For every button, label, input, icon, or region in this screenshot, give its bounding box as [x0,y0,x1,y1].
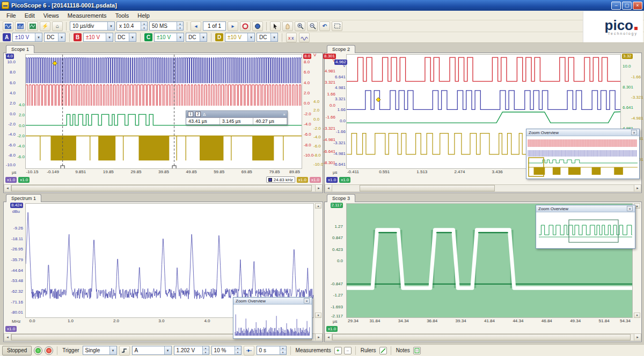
zoom-overview-body[interactable] [527,136,639,178]
scroll-thumb[interactable] [360,185,495,191]
menu-views[interactable]: Views [39,11,63,20]
scroll-thumb[interactable] [332,334,631,340]
record-button[interactable] [45,346,53,355]
hand-pan-icon[interactable] [282,21,293,31]
scope3-hscrollbar[interactable]: ◂ ▸ [325,333,641,341]
menu-edit[interactable]: Edit [20,11,39,20]
zoom-overview-titlebar[interactable]: Zoom Overview× [526,129,639,136]
scope1-right-axis[interactable]: 8.0 V8.06.04.02.00.0-2.0-4.0-6.0-8.0-10.… [303,54,323,169]
yellow-axis-offset-badge[interactable]: 3.32 [622,54,633,59]
scroll-track[interactable] [11,185,315,191]
next-page-button[interactable]: ▸ [228,21,238,31]
menu-help[interactable]: Help [133,11,154,20]
scope1-hscrollbar[interactable]: ◂ ▸ [4,184,323,192]
axis-scale-chip[interactable]: x1.0 [326,177,338,183]
auto-setup-icon[interactable]: ⚡ [40,21,50,31]
marquee-zoom-icon[interactable] [332,21,342,31]
chevron-down-icon[interactable]: ▾ [109,346,116,354]
axis-scale-chip[interactable]: x1.0 [5,326,17,332]
channel-C-coupling-select[interactable]: DC▾ [186,33,207,42]
timebase-select[interactable]: 10 µs/div▾ [70,21,115,31]
spectrum1-left-axis[interactable]: 8.424 dBu -9.26-18.11-26.95-35.79-44.64-… [4,203,25,318]
axis-scale-chip[interactable]: x1.0 [310,177,321,183]
zoom-overview-window-scope2[interactable]: Zoom Overview× [526,129,640,179]
undo-zoom-icon[interactable]: ↶ [319,21,330,31]
notes-button[interactable] [413,347,421,354]
close-icon[interactable]: × [627,206,633,211]
scope1-plot[interactable]: 1 2 Δ × 43.41 µs 3.145 µs 40.27 µs [25,54,302,169]
channel-A-range-select[interactable]: ±10 V▾ [12,33,42,42]
start-button[interactable] [34,346,42,355]
scroll-left-icon[interactable]: ◂ [4,334,11,340]
scroll-right-icon[interactable]: ▸ [634,334,641,340]
red-axis-offset-badge[interactable]: 8.0 [303,54,311,59]
home-icon[interactable]: ⌂ [52,21,63,31]
rulers-button[interactable] [379,347,387,354]
scroll-thumb[interactable] [11,185,312,191]
scroll-track[interactable] [332,185,634,191]
restore-button[interactable]: ▢ [622,2,632,10]
channel-B-range-select[interactable]: ±10 V▾ [83,33,113,42]
axis-scroll-up-icon[interactable]: ▴ [315,203,321,209]
channel-B-label[interactable]: B [74,33,82,41]
zoom-overview-titlebar[interactable]: Zoom Overview× [536,205,635,212]
math-channels-button[interactable]: xx [286,33,297,42]
axis-scroll-down-icon[interactable]: ▾ [634,313,640,318]
zoom-overview-titlebar[interactable]: Zoom Overview× [233,298,312,305]
trigger-delay-spinner[interactable]: 0 s▴▾ [257,346,287,355]
minimize-button[interactable]: – [611,2,621,10]
scope3-left-axis[interactable]: 2.117 1.270.8470.4230.0-0.847-1.27-1.693… [325,203,346,318]
axis-scale-chip[interactable]: x1.0 [339,177,350,183]
titlebar[interactable]: PicoScope 6 - [20141118-0001.psdata] – ▢… [0,0,644,11]
scope-view-icon[interactable] [3,21,13,31]
scroll-right-icon[interactable]: ▸ [315,185,322,191]
channel-C-label[interactable]: C [144,33,152,41]
pointer-tool-icon[interactable] [270,21,281,31]
chevron-down-icon[interactable]: ▾ [164,346,171,354]
trigger-edge-icon[interactable] [119,346,130,355]
trigger-source-select[interactable]: A▾ [132,346,172,355]
tab-spectrum1[interactable]: Spectrum 1 [6,194,41,202]
close-icon[interactable]: × [304,298,310,303]
trigger-level-spinner[interactable]: 1.202 V▴▾ [174,346,209,355]
channel-A-label[interactable]: A [3,33,11,41]
channel-A-coupling-select[interactable]: DC▾ [44,33,65,42]
stop-marker-icon[interactable] [240,21,251,31]
ruler-legend[interactable]: 1 2 Δ × 43.41 µs 3.145 µs 40.27 µs [186,110,288,125]
zoom-in-icon[interactable] [295,21,305,31]
tab-scope3[interactable]: Scope 3 [327,194,355,202]
zoom-overview-window-scope3[interactable]: Zoom Overview× [536,205,635,249]
spectrum-view-icon[interactable] [15,21,26,31]
persistence-view-icon[interactable] [27,21,38,31]
blue-axis-offset-badge[interactable]: 4.962 [334,60,347,65]
close-icon[interactable]: × [631,130,637,135]
remove-measurement-button[interactable]: − [344,347,352,354]
zoom-overview-window-spectrum1[interactable]: Zoom Overview× [233,297,312,339]
channel-D-coupling-select[interactable]: DC▾ [257,33,278,42]
loop-marker-icon[interactable] [252,21,263,31]
scroll-track[interactable] [332,334,634,340]
channel-B-coupling-select[interactable]: DC▾ [115,33,136,42]
axis-scroll-down-icon[interactable]: ▾ [315,313,321,318]
zoom-overview-body[interactable] [537,212,634,248]
blue-axis-offset-badge[interactable]: 4.0 [6,54,14,59]
capture-state-button[interactable]: Stopped [2,346,32,355]
channel-D-label[interactable]: D [215,33,223,41]
scroll-left-icon[interactable]: ◂ [325,334,332,340]
trigger-mode-select[interactable]: Single▾ [83,346,117,355]
zoom-overview-body[interactable] [234,305,311,338]
green-axis-offset-badge[interactable]: 2.117 [331,203,343,208]
axis-scale-chip[interactable]: x1.0 [18,177,30,183]
scroll-right-icon[interactable]: ▸ [634,185,641,191]
menu-tools[interactable]: Tools [111,11,134,20]
trigger-delay-icon[interactable] [244,346,254,355]
scroll-left-icon[interactable]: ◂ [4,185,11,191]
scroll-right-icon[interactable]: ▸ [315,334,322,340]
scope2-hscrollbar[interactable]: ◂ ▸ [325,184,641,192]
ruler-legend-header[interactable]: 1 2 Δ × [186,111,287,117]
axis-scale-chip[interactable]: x1.0 [297,177,308,183]
tab-scope1[interactable]: Scope 1 [6,45,34,53]
zoom-out-icon[interactable] [307,21,318,31]
scope1-left-axis[interactable]: 4.0 V10.08.06.04.02.00.0-2.0-4.0-6.0-8.0… [4,54,25,169]
scope2-left-axis[interactable]: 8.301 4.962 VV4.9813.3211.660.0-1.66-3.3… [325,54,346,169]
